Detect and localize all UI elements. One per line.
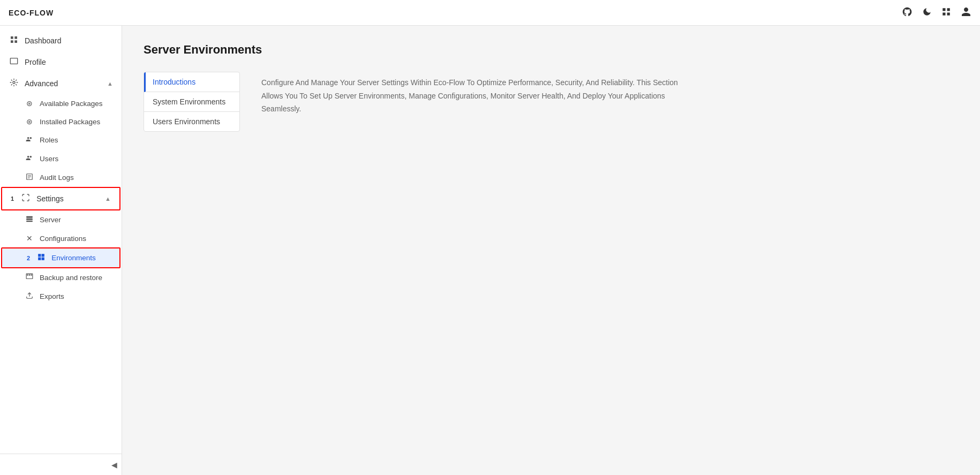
tab-introductions[interactable]: Introductions (144, 72, 239, 92)
svg-rect-16 (42, 258, 44, 260)
user-icon[interactable] (961, 6, 971, 19)
settings-badge: 1 (11, 195, 14, 202)
settings-section-highlight: 1 Settings ▲ (1, 187, 120, 210)
svg-rect-10 (26, 216, 33, 218)
page-title: Server Environments (144, 43, 959, 57)
sidebar-item-available-packages[interactable]: ⊛ Available Packages (0, 94, 122, 112)
audit-logs-icon (25, 173, 34, 182)
svg-rect-1 (14, 36, 17, 39)
tabs-panel: Introductions System Environments Users … (144, 72, 240, 132)
environments-item-highlight: 2 Environments (1, 247, 120, 268)
sidebar-item-exports[interactable]: Exports (0, 287, 122, 306)
sidebar-section-settings-label: Settings (36, 194, 100, 203)
sidebar-item-server-label: Server (40, 216, 61, 224)
sidebar-item-roles-label: Roles (40, 136, 58, 144)
sidebar-item-backup-restore[interactable]: Backup and restore (0, 268, 122, 287)
svg-rect-14 (42, 254, 44, 257)
svg-rect-4 (10, 58, 17, 64)
sidebar-item-audit-logs[interactable]: Audit Logs (0, 168, 122, 187)
topbar-icons (902, 6, 971, 19)
sidebar-item-backup-restore-label: Backup and restore (40, 274, 102, 282)
settings-icon (20, 193, 31, 204)
svg-rect-19 (29, 274, 30, 275)
svg-rect-2 (11, 40, 13, 43)
exports-icon (25, 292, 34, 301)
svg-rect-3 (14, 40, 17, 43)
svg-rect-12 (26, 221, 33, 222)
settings-expand-icon: ▲ (105, 195, 111, 202)
sidebar-item-profile-label: Profile (25, 58, 113, 66)
sidebar-item-users-label: Users (40, 155, 58, 163)
configurations-icon: ✕ (25, 234, 34, 243)
svg-rect-13 (38, 254, 41, 257)
sidebar-item-dashboard-label: Dashboard (25, 36, 113, 45)
collapse-icon: ◀ (111, 461, 117, 469)
sidebar-item-environments-label: Environments (51, 254, 96, 262)
sidebar-item-installed-packages[interactable]: ⊛ Installed Packages (0, 112, 122, 131)
roles-icon (25, 135, 34, 145)
advanced-expand-icon: ▲ (107, 80, 113, 87)
server-icon (25, 215, 34, 224)
sidebar-item-server[interactable]: Server (0, 210, 122, 229)
svg-point-5 (13, 81, 15, 84)
sidebar-item-configurations[interactable]: ✕ Configurations (0, 229, 122, 247)
sidebar-item-installed-packages-label: Installed Packages (40, 118, 100, 126)
backup-restore-icon (25, 273, 34, 282)
svg-rect-15 (38, 258, 41, 260)
available-packages-icon: ⊛ (25, 99, 34, 108)
sidebar-section-settings[interactable]: 1 Settings ▲ (2, 188, 119, 209)
main-content: Server Environments Introductions System… (122, 26, 980, 475)
moon-icon[interactable] (922, 7, 932, 18)
app-logo: ECO-FLOW (9, 9, 54, 17)
sidebar-item-roles[interactable]: Roles (0, 131, 122, 149)
sidebar-item-configurations-label: Configurations (40, 235, 86, 243)
environments-icon (36, 253, 46, 262)
sidebar-item-profile[interactable]: Profile (0, 51, 122, 73)
dashboard-icon (9, 35, 19, 46)
environments-badge: 2 (27, 255, 30, 261)
tab-users-environments[interactable]: Users Environments (144, 112, 239, 131)
sidebar-nav: Dashboard Profile Advanced ▲ ⊛ Avail (0, 26, 122, 454)
description-text: Configure And Manage Your Server Setting… (261, 72, 700, 132)
users-icon (25, 154, 34, 163)
sidebar-item-exports-label: Exports (40, 292, 64, 300)
sidebar-item-available-packages-label: Available Packages (40, 100, 103, 108)
content-area: Introductions System Environments Users … (144, 72, 959, 132)
sidebar-item-audit-logs-label: Audit Logs (40, 174, 74, 182)
svg-rect-20 (31, 274, 32, 275)
grid-icon[interactable] (941, 7, 951, 18)
sidebar-section-advanced-label: Advanced (25, 79, 102, 88)
tab-system-environments[interactable]: System Environments (144, 92, 239, 112)
profile-icon (9, 57, 19, 67)
sidebar-section-advanced[interactable]: Advanced ▲ (0, 73, 122, 94)
sidebar-item-environments[interactable]: 2 Environments (2, 248, 119, 267)
topbar: ECO-FLOW (0, 0, 980, 26)
sidebar: Dashboard Profile Advanced ▲ ⊛ Avail (0, 26, 122, 475)
sidebar-item-dashboard[interactable]: Dashboard (0, 30, 122, 51)
svg-rect-18 (27, 274, 28, 275)
sidebar-collapse-button[interactable]: ◀ (0, 454, 122, 475)
installed-packages-icon: ⊛ (25, 117, 34, 126)
layout: Dashboard Profile Advanced ▲ ⊛ Avail (0, 26, 980, 475)
sidebar-item-users[interactable]: Users (0, 149, 122, 168)
github-icon[interactable] (902, 6, 913, 19)
svg-rect-11 (26, 218, 33, 220)
svg-rect-0 (11, 36, 13, 39)
advanced-icon (9, 78, 19, 89)
